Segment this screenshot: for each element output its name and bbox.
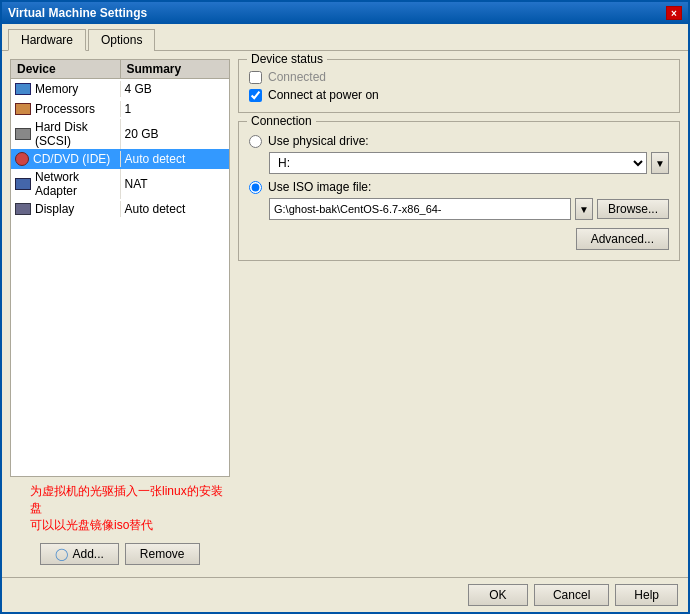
- connected-row: Connected: [249, 70, 669, 84]
- iso-radio[interactable]: [249, 181, 262, 194]
- table-row[interactable]: Display Auto detect: [11, 199, 229, 219]
- connected-label: Connected: [268, 70, 326, 84]
- connection-title: Connection: [247, 114, 316, 128]
- connect-at-power-on-label: Connect at power on: [268, 88, 379, 102]
- spacer: [238, 269, 680, 569]
- iso-path-input[interactable]: [269, 198, 571, 220]
- right-panel: Device status Connected Connect at power…: [238, 59, 680, 569]
- drive-select-arrow[interactable]: ▼: [651, 152, 669, 174]
- close-button[interactable]: ×: [666, 6, 682, 20]
- harddisk-icon: [15, 128, 31, 140]
- device-table: Device Summary Memory 4 GB Processors: [10, 59, 230, 477]
- tab-options[interactable]: Options: [88, 29, 155, 51]
- connected-checkbox[interactable]: [249, 71, 262, 84]
- device-cell: Display: [11, 201, 121, 217]
- summary-cell: Auto detect: [121, 201, 230, 217]
- browse-button[interactable]: Browse...: [597, 199, 669, 219]
- add-icon: ◯: [55, 547, 68, 561]
- remove-button[interactable]: Remove: [125, 543, 200, 565]
- memory-icon: [15, 83, 31, 95]
- help-button[interactable]: Help: [615, 584, 678, 606]
- iso-radio-row: Use ISO image file:: [249, 180, 669, 194]
- col-summary-header: Summary: [121, 60, 230, 78]
- cancel-button[interactable]: Cancel: [534, 584, 609, 606]
- advanced-button[interactable]: Advanced...: [576, 228, 669, 250]
- table-row[interactable]: Processors 1: [11, 99, 229, 119]
- connect-at-power-on-checkbox[interactable]: [249, 89, 262, 102]
- tab-bar: Hardware Options: [2, 24, 688, 51]
- iso-path-row: ▼ Browse...: [269, 198, 669, 220]
- connection-group: Connection Use physical drive: H: ▼ Use …: [238, 121, 680, 261]
- bottom-buttons: ◯ Add... Remove: [10, 539, 230, 569]
- summary-cell: NAT: [121, 176, 230, 192]
- table-header: Device Summary: [11, 60, 229, 79]
- left-panel: Device Summary Memory 4 GB Processors: [10, 59, 230, 569]
- device-cell: Hard Disk (SCSI): [11, 119, 121, 149]
- connect-at-power-on-row: Connect at power on: [249, 88, 669, 102]
- col-device-header: Device: [11, 60, 121, 78]
- table-row[interactable]: CD/DVD (IDE) Auto detect: [11, 149, 229, 169]
- iso-label: Use ISO image file:: [268, 180, 371, 194]
- iso-dropdown-arrow[interactable]: ▼: [575, 198, 593, 220]
- table-row[interactable]: Network Adapter NAT: [11, 169, 229, 199]
- table-row[interactable]: Hard Disk (SCSI) 20 GB: [11, 119, 229, 149]
- summary-cell: 1: [121, 101, 230, 117]
- display-icon: [15, 203, 31, 215]
- device-cell: Network Adapter: [11, 169, 121, 199]
- cdrom-icon: [15, 152, 29, 166]
- physical-drive-select[interactable]: H:: [269, 152, 647, 174]
- network-icon: [15, 178, 31, 190]
- title-bar: Virtual Machine Settings ×: [2, 2, 688, 24]
- dialog-footer: OK Cancel Help: [2, 577, 688, 612]
- physical-drive-label: Use physical drive:: [268, 134, 369, 148]
- device-cell: Memory: [11, 81, 121, 97]
- summary-cell: 4 GB: [121, 81, 230, 97]
- window-title: Virtual Machine Settings: [8, 6, 147, 20]
- device-cell: CD/DVD (IDE): [11, 151, 121, 167]
- add-button[interactable]: ◯ Add...: [40, 543, 118, 565]
- tab-hardware[interactable]: Hardware: [8, 29, 86, 51]
- virtual-machine-settings-window: Virtual Machine Settings × Hardware Opti…: [0, 0, 690, 614]
- annotation-text: 为虚拟机的光驱插入一张linux的安装盘 可以以光盘镜像iso替代: [30, 483, 230, 533]
- drive-select-row: H: ▼: [269, 152, 669, 174]
- summary-cell: 20 GB: [121, 126, 230, 142]
- main-content: Device Summary Memory 4 GB Processors: [2, 51, 688, 577]
- physical-drive-row: Use physical drive:: [249, 134, 669, 148]
- advanced-row: Advanced...: [249, 228, 669, 250]
- table-row[interactable]: Memory 4 GB: [11, 79, 229, 99]
- processor-icon: [15, 103, 31, 115]
- summary-cell: Auto detect: [121, 151, 230, 167]
- ok-button[interactable]: OK: [468, 584, 528, 606]
- device-cell: Processors: [11, 101, 121, 117]
- physical-drive-radio[interactable]: [249, 135, 262, 148]
- device-status-group: Device status Connected Connect at power…: [238, 59, 680, 113]
- device-status-title: Device status: [247, 52, 327, 66]
